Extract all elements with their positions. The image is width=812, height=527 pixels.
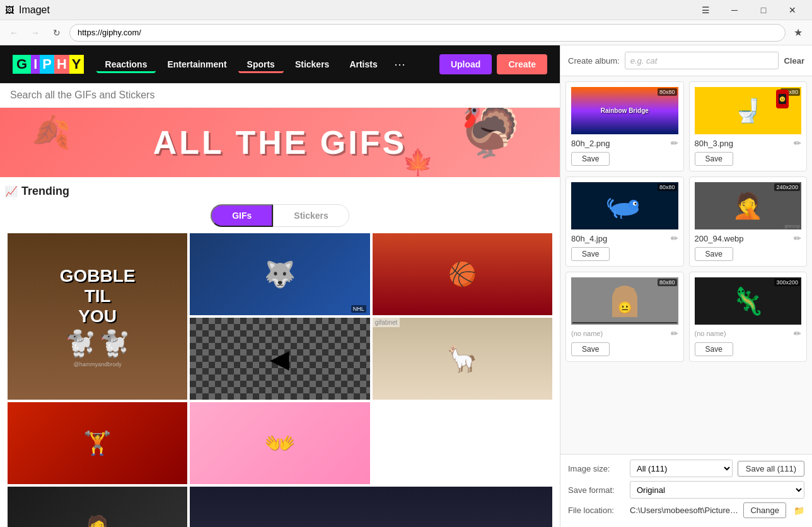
- stickers-tab[interactable]: Stickers: [273, 204, 349, 227]
- file-location-row: File location: C:\Users\mobeesoft\Pictur…: [568, 502, 804, 518]
- titlebar-hamburger-button[interactable]: ☰: [691, 0, 720, 20]
- save-button-4[interactable]: Save: [695, 247, 733, 261]
- giphy-search-bar: [0, 83, 560, 108]
- giphy-logo[interactable]: G I P H Y: [13, 55, 84, 74]
- save-all-button[interactable]: Save all (111): [738, 461, 804, 477]
- album-name-input[interactable]: [625, 52, 779, 69]
- gif-item[interactable]: 🐺 NHL: [190, 233, 369, 315]
- save-button-6[interactable]: Save: [695, 342, 733, 356]
- back-button[interactable]: ←: [5, 24, 23, 42]
- giphy-banner: 🦃 🍂 🍁 ALL THE GIFS: [0, 108, 560, 177]
- nav-link-sports[interactable]: Sports: [238, 55, 284, 73]
- edit-icon-2[interactable]: ✏: [794, 138, 801, 148]
- edit-icon-5[interactable]: ✏: [671, 328, 678, 339]
- nav-link-reactions[interactable]: Reactions: [96, 55, 156, 73]
- image-name-row-1: 80h_2.png ✏: [571, 138, 678, 148]
- giphy-navbar: G I P H Y Reactions Entertainment Sports…: [0, 45, 560, 83]
- save-button-5[interactable]: Save: [571, 342, 610, 356]
- gif-item[interactable]: 🏀: [373, 233, 552, 315]
- giphy-nav-links: Reactions Entertainment Sports Stickers …: [96, 55, 439, 74]
- logo-g: G: [13, 55, 31, 74]
- tab-pills: GIFs Stickers: [5, 204, 555, 227]
- titlebar-left: 🖼 Imaget: [5, 4, 50, 16]
- refresh-button[interactable]: ↻: [48, 24, 66, 42]
- gif-item[interactable]: 🤦: [8, 487, 187, 527]
- image-name-1: 80h_2.png: [571, 139, 610, 148]
- gif-item[interactable]: GOBBLETILYOU 🐩 🐩 @hammyandbrody: [8, 233, 187, 400]
- browser-content: G I P H Y Reactions Entertainment Sports…: [0, 45, 560, 527]
- nav-more-icon[interactable]: ⋯: [389, 55, 410, 74]
- save-button-2[interactable]: Save: [695, 152, 733, 166]
- gif-item[interactable]: M Moy Agüero @moy_aguero ✔: [190, 487, 552, 527]
- forward-button[interactable]: →: [26, 24, 44, 42]
- gif-item[interactable]: 🏋️: [8, 402, 187, 484]
- file-location-label: File location:: [568, 506, 625, 515]
- image-card-2: 80x80 🚽 😐 80h_3.png ✏ Save: [689, 81, 808, 171]
- nav-actions: Upload Create: [439, 54, 547, 74]
- image-name-3: 80h_4.jpg: [571, 234, 607, 243]
- clear-button[interactable]: Clear: [784, 56, 804, 66]
- edit-icon-1[interactable]: ✏: [671, 138, 678, 148]
- image-name-5: (no name): [571, 330, 603, 337]
- trending-section: 📈 Trending GIFs Stickers 🐺 NHL: [0, 177, 560, 527]
- right-panel: Create album: Clear 80x80 Rainbow Bridge: [560, 45, 812, 527]
- images-list: 80x80 Rainbow Bridge 80h_2.png ✏ Save 80…: [560, 76, 812, 454]
- image-name-4: 200_94.webp: [695, 234, 744, 243]
- size-badge-4: 240x200: [774, 183, 800, 191]
- image-name-row-5: (no name) ✏: [571, 328, 678, 339]
- image-name-6: (no name): [695, 330, 726, 337]
- titlebar-maximize-button[interactable]: □: [749, 0, 778, 20]
- url-bar[interactable]: [69, 24, 786, 42]
- file-location-value: C:\Users\mobeesoft\Pictures\imaget: [630, 506, 738, 515]
- gif-item[interactable]: ◀: [190, 318, 369, 400]
- album-header: Create album: Clear: [560, 45, 812, 76]
- nav-link-artists[interactable]: Artists: [340, 55, 386, 73]
- trending-icon: 📈: [5, 185, 18, 197]
- image-card-5: 80x80 😐 (no name) ✏ Save: [566, 272, 684, 362]
- size-badge-6: 300x200: [774, 279, 800, 286]
- save-button-3[interactable]: Save: [571, 247, 610, 261]
- search-input[interactable]: [10, 90, 550, 101]
- titlebar-close-button[interactable]: ✕: [778, 0, 807, 20]
- edit-icon-3[interactable]: ✏: [671, 233, 678, 243]
- bottom-panel: Image size: All (111) Save all (111) Sav…: [560, 454, 812, 527]
- gifs-tab[interactable]: GIFs: [211, 204, 273, 227]
- app-icon: 🖼: [5, 5, 14, 15]
- upload-button[interactable]: Upload: [439, 54, 492, 74]
- image-card-4: 240x200 🤦 giancop 200_94.webp ✏ Save: [689, 177, 808, 267]
- save-format-label: Save format:: [568, 485, 625, 495]
- edit-icon-4[interactable]: ✏: [794, 233, 801, 243]
- banner-text: ALL THE GIFS: [153, 124, 407, 161]
- image-size-select[interactable]: All (111): [630, 460, 733, 477]
- titlebar-minimize-button[interactable]: ─: [720, 0, 749, 20]
- logo-i: I: [31, 55, 40, 74]
- gif-item[interactable]: 🦙 gifabnet: [373, 318, 552, 400]
- gif-item[interactable]: 👐: [190, 402, 369, 484]
- edit-icon-6[interactable]: ✏: [794, 328, 801, 339]
- svg-point-3: [634, 202, 636, 204]
- trending-title: Trending: [21, 185, 69, 198]
- titlebar-controls: ☰ ─ □ ✕: [691, 0, 807, 20]
- create-button[interactable]: Create: [497, 54, 547, 74]
- image-thumb-4: 240x200 🤦 giancop: [695, 182, 802, 229]
- image-thumb-6: 300x200 🦎: [695, 277, 802, 325]
- change-location-button[interactable]: Change: [743, 502, 786, 518]
- save-format-select[interactable]: Original: [630, 481, 804, 499]
- image-name-row-6: (no name) ✏: [695, 328, 802, 339]
- gif-grid: 🐺 NHL 🏀 GOBBLETILYOU 🐩 🐩: [5, 233, 555, 527]
- bookmark-button[interactable]: ★: [789, 24, 807, 42]
- titlebar: 🖼 Imaget ☰ ─ □ ✕: [0, 0, 812, 20]
- main-area: G I P H Y Reactions Entertainment Sports…: [0, 45, 812, 527]
- nav-link-stickers[interactable]: Stickers: [286, 55, 338, 73]
- nav-link-entertainment[interactable]: Entertainment: [158, 55, 235, 73]
- folder-icon: 📁: [794, 506, 804, 516]
- image-name-row-4: 200_94.webp ✏: [695, 233, 802, 243]
- save-button-1[interactable]: Save: [571, 152, 610, 166]
- app-title: Imaget: [19, 4, 50, 16]
- image-thumb-2: 80x80 🚽 😐: [695, 87, 802, 134]
- size-badge-3: 80x80: [658, 183, 677, 191]
- logo-h: H: [54, 55, 69, 74]
- create-album-label: Create album:: [568, 56, 620, 66]
- image-pair-1: 80x80 Rainbow Bridge 80h_2.png ✏ Save 80…: [566, 81, 807, 171]
- image-card-1: 80x80 Rainbow Bridge 80h_2.png ✏ Save: [566, 81, 684, 171]
